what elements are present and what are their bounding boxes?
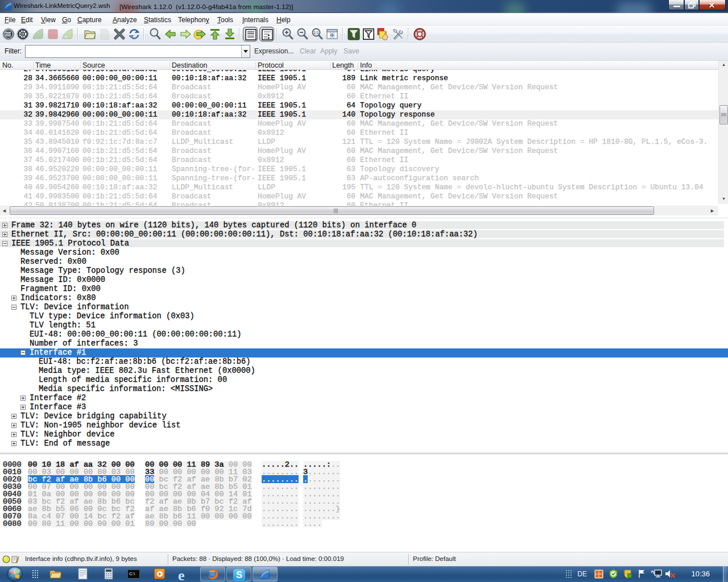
svg-text:1:1: 1:1 [313,31,318,35]
